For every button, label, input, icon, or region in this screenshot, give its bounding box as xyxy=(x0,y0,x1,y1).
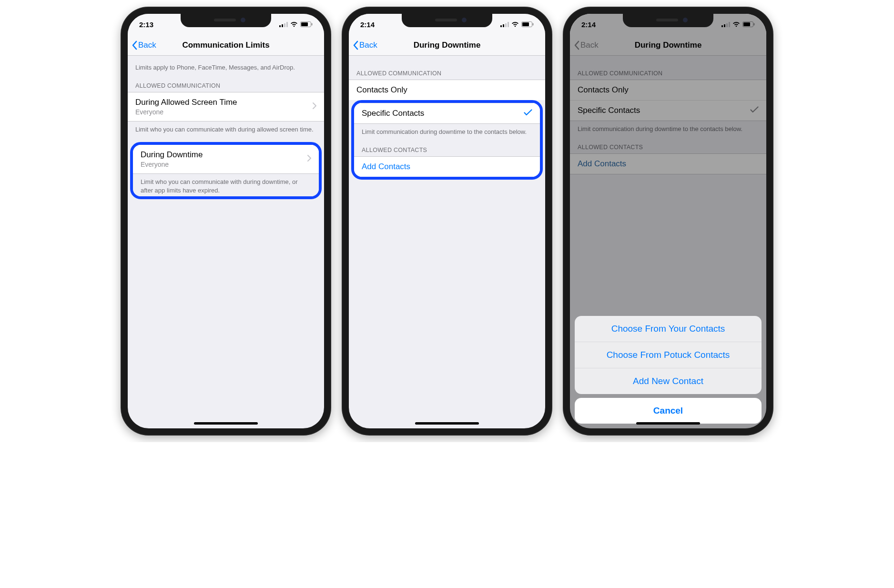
checkmark-icon xyxy=(524,109,532,118)
row-title: During Allowed Screen Time xyxy=(135,98,237,107)
highlight-specific-contacts: Specific Contacts Limit communication du… xyxy=(351,100,543,180)
back-button[interactable]: Back xyxy=(128,41,156,50)
phone-1: 2:13 Back Communication Limits Limit xyxy=(121,7,331,436)
signal-icon xyxy=(500,22,509,27)
row-value: Everyone xyxy=(141,161,203,168)
home-indicator[interactable] xyxy=(636,422,700,425)
svg-rect-8 xyxy=(503,24,504,27)
notch xyxy=(402,14,492,27)
phone-2: 2:14 Back During Downtime ALLOWED CO xyxy=(342,7,552,436)
section-header-allowed: ALLOWED COMMUNICATION xyxy=(349,56,545,80)
page-title: During Downtime xyxy=(349,41,545,50)
status-time: 2:14 xyxy=(360,20,375,29)
row-contacts-only[interactable]: Contacts Only xyxy=(349,80,545,100)
signal-icon xyxy=(279,22,288,27)
wifi-icon xyxy=(290,21,298,27)
back-button[interactable]: Back xyxy=(349,41,377,50)
back-label: Back xyxy=(359,41,377,50)
home-indicator[interactable] xyxy=(415,422,479,425)
home-indicator[interactable] xyxy=(194,422,258,425)
svg-rect-5 xyxy=(301,22,308,26)
svg-rect-3 xyxy=(286,22,288,27)
row-add-contacts[interactable]: Add Contacts xyxy=(354,156,540,177)
chevron-left-icon xyxy=(353,41,358,50)
option-footer: Limit communication during downtime to t… xyxy=(354,123,540,138)
phone-3: 2:14 Back During Downtime ALLOWED CO xyxy=(563,7,773,436)
intro-text: Limits apply to Phone, FaceTime, Message… xyxy=(128,56,324,74)
chevron-right-icon xyxy=(307,155,311,163)
nav-bar: Back During Downtime xyxy=(349,35,545,56)
svg-rect-13 xyxy=(533,23,534,26)
page-title: Communication Limits xyxy=(128,41,324,50)
svg-rect-0 xyxy=(279,25,281,27)
highlight-during-downtime: During Downtime Everyone Limit who you c… xyxy=(130,142,322,199)
svg-rect-2 xyxy=(284,23,285,27)
row-specific-contacts[interactable]: Specific Contacts xyxy=(354,103,540,123)
row-during-downtime[interactable]: During Downtime Everyone xyxy=(133,145,319,173)
action-choose-potuck-contacts[interactable]: Choose From Potuck Contacts xyxy=(575,342,762,368)
notch xyxy=(181,14,271,27)
row-value: Everyone xyxy=(135,108,237,116)
option-label: Contacts Only xyxy=(356,85,407,95)
notch xyxy=(623,14,713,27)
add-contacts-label: Add Contacts xyxy=(362,162,410,172)
battery-icon xyxy=(521,21,534,27)
action-sheet: Choose From Your Contacts Choose From Po… xyxy=(575,316,762,424)
nav-bar: Back Communication Limits xyxy=(128,35,324,56)
option-label: Specific Contacts xyxy=(362,109,424,118)
chevron-right-icon xyxy=(313,102,316,111)
row-during-allowed-screen-time[interactable]: During Allowed Screen Time Everyone xyxy=(128,92,324,122)
action-cancel[interactable]: Cancel xyxy=(575,398,762,424)
svg-rect-9 xyxy=(505,23,507,27)
section-header-allowed: ALLOWED COMMUNICATION xyxy=(128,74,324,92)
action-choose-your-contacts[interactable]: Choose From Your Contacts xyxy=(575,316,762,342)
status-time: 2:13 xyxy=(139,20,153,29)
section-header-contacts: ALLOWED CONTACTS xyxy=(354,138,540,156)
svg-rect-1 xyxy=(282,24,283,27)
row-title: During Downtime xyxy=(141,150,203,160)
svg-rect-6 xyxy=(312,23,313,26)
action-add-new-contact[interactable]: Add New Contact xyxy=(575,368,762,394)
wifi-icon xyxy=(511,21,519,27)
svg-rect-10 xyxy=(508,22,509,27)
back-label: Back xyxy=(138,41,156,50)
svg-rect-7 xyxy=(500,25,502,27)
row1-footer: Limit who you can communicate with durin… xyxy=(128,122,324,136)
row2-footer: Limit who you can communicate with durin… xyxy=(133,173,319,196)
chevron-left-icon xyxy=(132,41,137,50)
action-sheet-options: Choose From Your Contacts Choose From Po… xyxy=(575,316,762,394)
svg-rect-12 xyxy=(522,22,529,26)
battery-icon xyxy=(300,21,313,27)
